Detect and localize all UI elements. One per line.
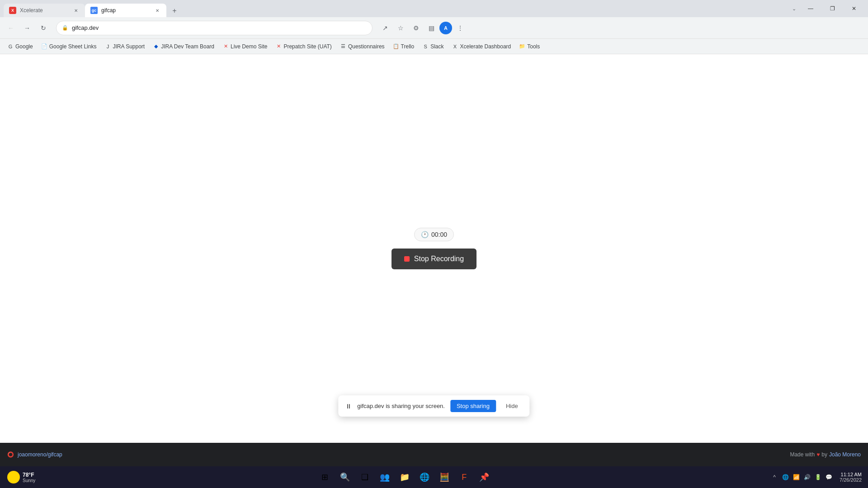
github-icon: ⭕ bbox=[7, 451, 14, 458]
bookmark-google[interactable]: G Google bbox=[4, 42, 37, 52]
extensions-button[interactable]: ⚙ bbox=[409, 21, 423, 35]
search-taskbar-button[interactable]: 🔍 bbox=[336, 468, 354, 486]
tray-notification-icon[interactable]: 💬 bbox=[824, 473, 833, 482]
bookmark-jira-dev[interactable]: ◆ JIRA Dev Team Board bbox=[149, 42, 218, 52]
navigation-toolbar: ← → ↻ 🔒 gifcap.dev ↗ ☆ ⚙ ▤ A ⋮ bbox=[0, 17, 868, 39]
toolbar-actions: ↗ ☆ ⚙ ▤ A ⋮ bbox=[378, 21, 467, 35]
weather-temperature: 78°F bbox=[23, 472, 35, 478]
timer-display: 🕐 00:00 bbox=[414, 228, 454, 241]
github-link[interactable]: joaomoreno/gifcap bbox=[18, 451, 62, 458]
bookmark-button[interactable]: ☆ bbox=[393, 21, 408, 35]
tray-speaker-icon[interactable]: 🔊 bbox=[802, 473, 811, 482]
start-icon: ⊞ bbox=[321, 472, 328, 482]
tray-chevron[interactable]: ^ bbox=[770, 473, 779, 482]
reload-button[interactable]: ↻ bbox=[36, 21, 51, 35]
new-tab-button[interactable]: + bbox=[168, 5, 181, 17]
window-controls: — ❐ ✕ bbox=[800, 1, 864, 16]
weather-condition: Sunny bbox=[23, 478, 35, 483]
tab-gifcap[interactable]: gc gifcap ✕ bbox=[85, 4, 166, 17]
slack-icon: S bbox=[422, 43, 429, 50]
footer-right: Made with ♥ by João Moreno bbox=[790, 451, 861, 458]
share-button[interactable]: ↗ bbox=[378, 21, 392, 35]
bookmark-jira-support[interactable]: J JIRA Support bbox=[101, 42, 148, 52]
bookmark-slack-label: Slack bbox=[430, 43, 443, 50]
tab-overflow-icon[interactable]: ⌄ bbox=[789, 4, 798, 13]
bookmark-tools[interactable]: 📁 Tools bbox=[515, 42, 543, 52]
profile-avatar[interactable]: A bbox=[439, 22, 452, 34]
file-explorer-icon: 📁 bbox=[400, 472, 410, 482]
search-taskbar-icon: 🔍 bbox=[340, 472, 350, 482]
prepatch-icon: ✕ bbox=[275, 43, 282, 50]
extra-app-button[interactable]: 📌 bbox=[475, 468, 493, 486]
screen-share-message: gifcap.dev is sharing your screen. bbox=[357, 403, 445, 409]
task-view-button[interactable]: ❑ bbox=[356, 468, 374, 486]
bookmark-google-label: Google bbox=[15, 43, 33, 50]
close-button[interactable]: ✕ bbox=[844, 1, 864, 16]
start-menu-button[interactable]: ⊞ bbox=[316, 468, 334, 486]
stop-recording-icon bbox=[404, 256, 410, 262]
page-content: 🕐 00:00 Stop Recording ⏸ gifcap.dev is s… bbox=[0, 54, 868, 443]
calculator-button[interactable]: 🧮 bbox=[435, 468, 453, 486]
clock-date: 7/26/2022 bbox=[840, 477, 862, 483]
forward-button[interactable]: → bbox=[20, 21, 34, 35]
restore-button[interactable]: ❐ bbox=[822, 1, 843, 16]
tray-battery-icon[interactable]: 🔋 bbox=[813, 473, 822, 482]
bookmark-live-demo[interactable]: ✕ Live Demo Site bbox=[219, 42, 271, 52]
menu-button[interactable]: ⋮ bbox=[453, 21, 467, 35]
sidebar-button[interactable]: ▤ bbox=[424, 21, 439, 35]
clock-time: 11:12 AM bbox=[841, 472, 862, 477]
system-tray: ^ 🌐 📶 🔊 🔋 💬 bbox=[770, 473, 833, 482]
address-text: gifcap.dev bbox=[72, 24, 367, 31]
live-demo-icon: ✕ bbox=[222, 43, 229, 50]
tray-network-icon[interactable]: 🌐 bbox=[781, 473, 790, 482]
bookmark-questionnaires[interactable]: ☰ Questionnaires bbox=[336, 42, 388, 52]
minimize-button[interactable]: — bbox=[800, 1, 821, 16]
google-icon: G bbox=[7, 43, 14, 50]
taskbar-center: ⊞ 🔍 ❑ 👥 📁 🌐 🧮 F 📌 bbox=[41, 468, 768, 486]
chrome-taskbar-button[interactable]: 🌐 bbox=[415, 468, 434, 486]
tab-gifcap-label: gifcap bbox=[101, 7, 150, 14]
heart-icon: ♥ bbox=[816, 451, 820, 458]
bookmarks-bar: G Google 📄 Google Sheet Links J JIRA Sup… bbox=[0, 39, 868, 54]
questionnaires-icon: ☰ bbox=[340, 43, 346, 50]
screen-share-notification: ⏸ gifcap.dev is sharing your screen. Sto… bbox=[338, 395, 529, 417]
weather-widget[interactable]: 78°F Sunny bbox=[4, 469, 39, 485]
bookmark-prepatch[interactable]: ✕ Prepatch Site (UAT) bbox=[272, 42, 335, 52]
figma-button[interactable]: F bbox=[455, 468, 473, 486]
system-clock[interactable]: 11:12 AM 7/26/2022 bbox=[837, 471, 864, 483]
browser-window: X Xcelerate ✕ gc gifcap ✕ + ⌄ — ❐ ✕ ← → … bbox=[0, 0, 868, 488]
bookmark-xcelerate-label: Xcelerate Dashboard bbox=[460, 43, 511, 50]
jira-support-icon: J bbox=[104, 43, 111, 50]
tab-xcelerate-label: Xcelerate bbox=[20, 7, 69, 14]
author-link[interactable]: João Moreno bbox=[829, 451, 861, 458]
lock-icon: 🔒 bbox=[62, 25, 68, 31]
timer-icon: 🕐 bbox=[421, 231, 429, 238]
file-explorer-button[interactable]: 📁 bbox=[396, 468, 414, 486]
footer-bar: ⭕ joaomoreno/gifcap Made with ♥ by João … bbox=[0, 443, 868, 466]
address-bar[interactable]: 🔒 gifcap.dev bbox=[56, 21, 373, 35]
xcelerate-tab-icon: X bbox=[9, 7, 16, 14]
tab-gifcap-close[interactable]: ✕ bbox=[154, 7, 161, 14]
stop-sharing-button[interactable]: Stop sharing bbox=[450, 400, 496, 412]
gifcap-tab-icon: gc bbox=[90, 7, 98, 14]
taskbar: 78°F Sunny ⊞ 🔍 ❑ 👥 📁 🌐 bbox=[0, 466, 868, 488]
tab-xcelerate-close[interactable]: ✕ bbox=[72, 7, 80, 14]
bookmark-trello[interactable]: 📋 Trello bbox=[389, 42, 418, 52]
tray-wifi-icon[interactable]: 📶 bbox=[792, 473, 801, 482]
bookmark-xcelerate[interactable]: X Xcelerate Dashboard bbox=[448, 42, 515, 52]
xcelerate-bookmark-icon: X bbox=[452, 43, 458, 50]
stop-recording-label: Stop Recording bbox=[414, 255, 464, 263]
sheets-icon: 📄 bbox=[41, 43, 47, 50]
bookmark-sheets-label: Google Sheet Links bbox=[49, 43, 97, 50]
tab-strip: X Xcelerate ✕ gc gifcap ✕ + bbox=[4, 0, 788, 17]
jira-dev-icon: ◆ bbox=[153, 43, 159, 50]
tab-xcelerate[interactable]: X Xcelerate ✕ bbox=[4, 4, 85, 17]
weather-sun-icon bbox=[7, 471, 20, 483]
teams-button[interactable]: 👥 bbox=[376, 468, 394, 486]
back-button[interactable]: ← bbox=[4, 21, 18, 35]
hide-notification-button[interactable]: Hide bbox=[501, 400, 523, 412]
stop-recording-button[interactable]: Stop Recording bbox=[392, 249, 476, 269]
figma-icon: F bbox=[462, 473, 467, 482]
bookmark-sheets[interactable]: 📄 Google Sheet Links bbox=[38, 42, 100, 52]
bookmark-slack[interactable]: S Slack bbox=[419, 42, 447, 52]
